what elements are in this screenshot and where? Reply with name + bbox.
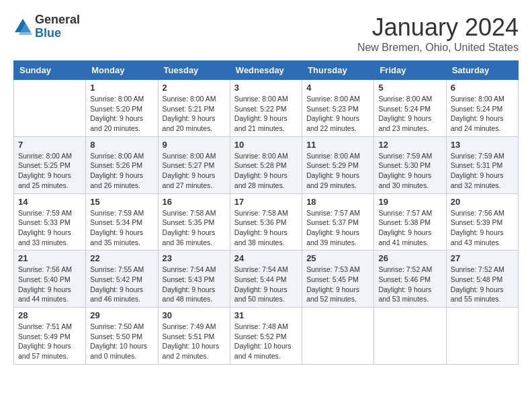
day-number: 13 xyxy=(451,140,514,150)
day-number: 17 xyxy=(234,197,298,207)
calendar-cell: 30Sunrise: 7:49 AMSunset: 5:51 PMDayligh… xyxy=(158,308,230,365)
day-info: Sunrise: 7:53 AMSunset: 5:45 PMDaylight:… xyxy=(306,265,369,304)
calendar-cell: 1Sunrise: 8:00 AMSunset: 5:20 PMDaylight… xyxy=(86,80,158,137)
day-info: Sunrise: 7:59 AMSunset: 5:30 PMDaylight:… xyxy=(378,151,441,191)
day-info: Sunrise: 7:57 AMSunset: 5:37 PMDaylight:… xyxy=(306,208,369,248)
header-day-thursday: Thursday xyxy=(302,61,374,80)
day-number: 24 xyxy=(234,253,298,263)
day-number: 9 xyxy=(163,140,226,150)
calendar-cell: 19Sunrise: 7:57 AMSunset: 5:38 PMDayligh… xyxy=(374,193,446,250)
calendar-week-row: 14Sunrise: 7:59 AMSunset: 5:33 PMDayligh… xyxy=(14,193,519,250)
calendar-cell xyxy=(302,308,374,365)
day-info: Sunrise: 7:58 AMSunset: 5:35 PMDaylight:… xyxy=(163,208,226,248)
month-title: January 2024 xyxy=(357,13,519,42)
calendar-cell xyxy=(446,308,518,365)
day-info: Sunrise: 7:54 AMSunset: 5:44 PMDaylight:… xyxy=(234,265,298,304)
day-number: 21 xyxy=(18,253,81,263)
calendar-week-row: 7Sunrise: 8:00 AMSunset: 5:25 PMDaylight… xyxy=(14,136,519,193)
day-number: 31 xyxy=(234,310,298,320)
calendar-cell: 29Sunrise: 7:50 AMSunset: 5:50 PMDayligh… xyxy=(86,308,158,365)
day-number: 28 xyxy=(18,310,81,320)
calendar-cell: 2Sunrise: 8:00 AMSunset: 5:21 PMDaylight… xyxy=(158,80,230,137)
day-number: 6 xyxy=(451,83,514,93)
logo: General Blue xyxy=(13,13,80,40)
logo-icon xyxy=(13,17,32,36)
calendar-cell: 17Sunrise: 7:58 AMSunset: 5:36 PMDayligh… xyxy=(230,193,302,250)
calendar-week-row: 1Sunrise: 8:00 AMSunset: 5:20 PMDaylight… xyxy=(14,80,519,137)
calendar-cell: 9Sunrise: 8:00 AMSunset: 5:27 PMDaylight… xyxy=(158,136,230,193)
header-day-saturday: Saturday xyxy=(446,61,518,80)
day-info: Sunrise: 8:00 AMSunset: 5:23 PMDaylight:… xyxy=(306,94,369,134)
day-number: 2 xyxy=(163,83,226,93)
day-info: Sunrise: 8:00 AMSunset: 5:24 PMDaylight:… xyxy=(451,94,514,134)
calendar-cell: 21Sunrise: 7:56 AMSunset: 5:40 PMDayligh… xyxy=(14,250,86,308)
calendar-cell xyxy=(374,308,446,365)
day-number: 5 xyxy=(378,83,441,93)
day-info: Sunrise: 7:57 AMSunset: 5:38 PMDaylight:… xyxy=(378,208,441,248)
calendar-cell: 23Sunrise: 7:54 AMSunset: 5:43 PMDayligh… xyxy=(158,250,230,308)
day-number: 4 xyxy=(306,83,369,93)
day-info: Sunrise: 7:49 AMSunset: 5:51 PMDaylight:… xyxy=(163,322,226,361)
day-number: 1 xyxy=(90,83,153,93)
calendar-cell: 13Sunrise: 7:59 AMSunset: 5:31 PMDayligh… xyxy=(446,136,518,193)
day-number: 14 xyxy=(18,197,81,207)
day-info: Sunrise: 8:00 AMSunset: 5:27 PMDaylight:… xyxy=(163,151,226,191)
calendar-cell: 10Sunrise: 8:00 AMSunset: 5:28 PMDayligh… xyxy=(230,136,302,193)
day-number: 26 xyxy=(378,253,441,263)
calendar-cell: 20Sunrise: 7:56 AMSunset: 5:39 PMDayligh… xyxy=(446,193,518,250)
header-day-wednesday: Wednesday xyxy=(230,61,302,80)
day-number: 8 xyxy=(90,140,153,150)
day-info: Sunrise: 7:58 AMSunset: 5:36 PMDaylight:… xyxy=(234,208,298,248)
day-info: Sunrise: 8:00 AMSunset: 5:21 PMDaylight:… xyxy=(163,94,226,134)
day-number: 15 xyxy=(90,197,153,207)
calendar-cell: 22Sunrise: 7:55 AMSunset: 5:42 PMDayligh… xyxy=(86,250,158,308)
calendar-cell: 12Sunrise: 7:59 AMSunset: 5:30 PMDayligh… xyxy=(374,136,446,193)
calendar-week-row: 28Sunrise: 7:51 AMSunset: 5:49 PMDayligh… xyxy=(14,308,519,365)
logo-text: General Blue xyxy=(35,13,80,40)
calendar-header-row: SundayMondayTuesdayWednesdayThursdayFrid… xyxy=(14,61,519,80)
day-info: Sunrise: 7:51 AMSunset: 5:49 PMDaylight:… xyxy=(18,322,81,361)
calendar-cell: 25Sunrise: 7:53 AMSunset: 5:45 PMDayligh… xyxy=(302,250,374,308)
header-day-friday: Friday xyxy=(374,61,446,80)
day-info: Sunrise: 7:59 AMSunset: 5:34 PMDaylight:… xyxy=(90,208,153,248)
calendar-week-row: 21Sunrise: 7:56 AMSunset: 5:40 PMDayligh… xyxy=(14,250,519,308)
calendar-cell: 11Sunrise: 8:00 AMSunset: 5:29 PMDayligh… xyxy=(302,136,374,193)
day-number: 19 xyxy=(378,197,441,207)
day-number: 23 xyxy=(163,253,226,263)
calendar-cell: 6Sunrise: 8:00 AMSunset: 5:24 PMDaylight… xyxy=(446,80,518,137)
calendar-cell: 27Sunrise: 7:52 AMSunset: 5:48 PMDayligh… xyxy=(446,250,518,308)
header-day-tuesday: Tuesday xyxy=(158,61,230,80)
day-number: 10 xyxy=(234,140,298,150)
day-info: Sunrise: 7:52 AMSunset: 5:46 PMDaylight:… xyxy=(378,265,441,304)
calendar-cell: 3Sunrise: 8:00 AMSunset: 5:22 PMDaylight… xyxy=(230,80,302,137)
day-info: Sunrise: 7:56 AMSunset: 5:39 PMDaylight:… xyxy=(451,208,514,248)
calendar-cell: 28Sunrise: 7:51 AMSunset: 5:49 PMDayligh… xyxy=(14,308,86,365)
day-number: 7 xyxy=(18,140,81,150)
day-number: 18 xyxy=(306,197,369,207)
calendar-cell: 7Sunrise: 8:00 AMSunset: 5:25 PMDaylight… xyxy=(14,136,86,193)
day-number: 25 xyxy=(306,253,369,263)
day-number: 3 xyxy=(234,83,298,93)
day-number: 22 xyxy=(90,253,153,263)
calendar-cell: 4Sunrise: 8:00 AMSunset: 5:23 PMDaylight… xyxy=(302,80,374,137)
day-info: Sunrise: 7:59 AMSunset: 5:33 PMDaylight:… xyxy=(18,208,81,248)
calendar-cell: 26Sunrise: 7:52 AMSunset: 5:46 PMDayligh… xyxy=(374,250,446,308)
day-info: Sunrise: 7:55 AMSunset: 5:42 PMDaylight:… xyxy=(90,265,153,304)
calendar-cell: 8Sunrise: 8:00 AMSunset: 5:26 PMDaylight… xyxy=(86,136,158,193)
day-info: Sunrise: 8:00 AMSunset: 5:20 PMDaylight:… xyxy=(90,94,153,134)
day-number: 27 xyxy=(451,253,514,263)
day-info: Sunrise: 8:00 AMSunset: 5:26 PMDaylight:… xyxy=(90,151,153,191)
day-info: Sunrise: 7:56 AMSunset: 5:40 PMDaylight:… xyxy=(18,265,81,304)
day-number: 20 xyxy=(451,197,514,207)
calendar-cell: 5Sunrise: 8:00 AMSunset: 5:24 PMDaylight… xyxy=(374,80,446,137)
day-info: Sunrise: 7:52 AMSunset: 5:48 PMDaylight:… xyxy=(451,265,514,304)
day-number: 11 xyxy=(306,140,369,150)
day-info: Sunrise: 7:50 AMSunset: 5:50 PMDaylight:… xyxy=(90,322,153,361)
calendar-cell: 14Sunrise: 7:59 AMSunset: 5:33 PMDayligh… xyxy=(14,193,86,250)
title-block: January 2024 New Bremen, Ohio, United St… xyxy=(357,13,519,54)
day-info: Sunrise: 8:00 AMSunset: 5:29 PMDaylight:… xyxy=(306,151,369,191)
day-info: Sunrise: 7:59 AMSunset: 5:31 PMDaylight:… xyxy=(451,151,514,191)
calendar-cell: 24Sunrise: 7:54 AMSunset: 5:44 PMDayligh… xyxy=(230,250,302,308)
day-number: 16 xyxy=(163,197,226,207)
day-info: Sunrise: 8:00 AMSunset: 5:28 PMDaylight:… xyxy=(234,151,298,191)
